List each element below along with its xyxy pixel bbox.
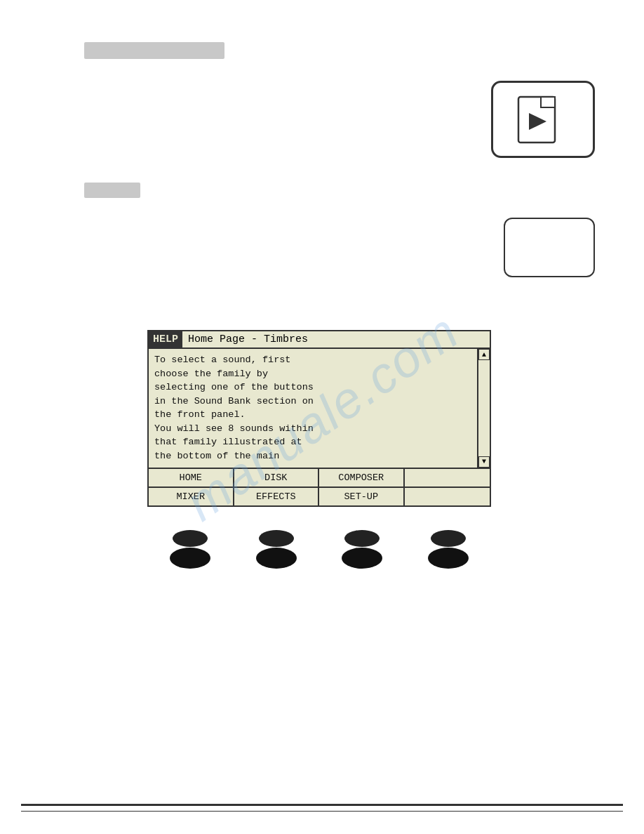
lcd-button-row-1: HOME DISK COMPOSER xyxy=(149,469,490,488)
lcd-line-7: that family illustrated at xyxy=(154,437,302,447)
lcd-line-8: the bottom of the main xyxy=(154,451,279,461)
setup-button[interactable]: SET-UP xyxy=(319,488,405,505)
oval-button-row-2 xyxy=(147,548,491,569)
lcd-container: HELP Home Page - Timbres To select a sou… xyxy=(147,330,491,507)
disk-button[interactable]: DISK xyxy=(234,469,320,486)
lcd-line-3: selecting one of the buttons xyxy=(154,382,314,392)
lcd-title: Home Page - Timbres xyxy=(182,331,490,348)
lcd-title-bar: HELP Home Page - Timbres xyxy=(149,331,490,349)
scroll-up-button[interactable]: ▲ xyxy=(478,349,490,360)
lcd-screen: HELP Home Page - Timbres To select a sou… xyxy=(147,330,491,507)
mixer-button[interactable]: MIXER xyxy=(149,488,234,505)
lcd-line-5: the front panel. xyxy=(154,409,246,420)
large-icon-box xyxy=(491,81,595,158)
composer-button[interactable]: COMPOSER xyxy=(319,469,405,486)
small-icon-box xyxy=(504,218,595,277)
bottom-line-thick xyxy=(21,804,623,806)
oval-button-1-2[interactable] xyxy=(259,530,294,547)
oval-button-2-2[interactable] xyxy=(256,548,297,569)
lcd-line-1: To select a sound, first xyxy=(154,355,290,365)
empty-button-2 xyxy=(405,488,490,505)
svg-marker-1 xyxy=(529,113,546,130)
lcd-text: To select a sound, first choose the fami… xyxy=(149,349,477,468)
oval-button-2-3[interactable] xyxy=(342,548,382,569)
lcd-content-area: To select a sound, first choose the fami… xyxy=(149,349,490,469)
top-gray-bar xyxy=(84,42,224,59)
oval-button-1-4[interactable] xyxy=(431,530,466,547)
oval-button-1-3[interactable] xyxy=(344,530,380,547)
oval-button-1-1[interactable] xyxy=(173,530,208,547)
document-play-icon xyxy=(511,93,575,146)
lcd-line-6: You will see 8 sounds within xyxy=(154,423,314,434)
bottom-line-thin xyxy=(21,811,623,812)
second-gray-bar xyxy=(84,183,140,198)
oval-button-row-1 xyxy=(147,530,491,547)
lcd-line-4: in the Sound Bank section on xyxy=(154,396,314,406)
lcd-scrollbar: ▲ ▼ xyxy=(477,349,490,468)
oval-button-2-4[interactable] xyxy=(428,548,469,569)
scroll-down-button[interactable]: ▼ xyxy=(478,456,490,468)
effects-button[interactable]: EFFECTS xyxy=(234,488,320,505)
oval-button-2-1[interactable] xyxy=(170,548,210,569)
lcd-button-row-2: MIXER EFFECTS SET-UP xyxy=(149,488,490,505)
empty-button-1 xyxy=(405,469,490,486)
help-badge: HELP xyxy=(149,331,182,348)
home-button[interactable]: HOME xyxy=(149,469,234,486)
scroll-track xyxy=(478,360,490,456)
lcd-line-2: choose the family by xyxy=(154,369,268,379)
